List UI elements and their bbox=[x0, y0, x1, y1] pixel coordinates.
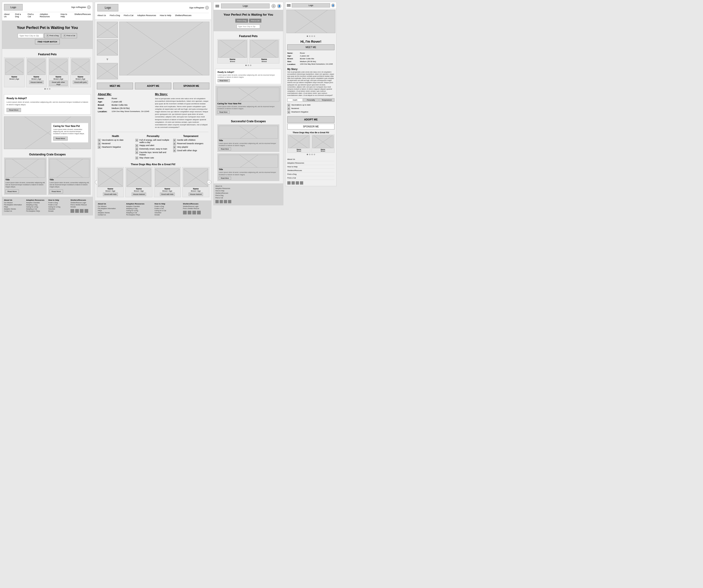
col3-search-icon[interactable]: ○ bbox=[271, 4, 276, 8]
col1-pet-tag-2: Good with other dogs bbox=[49, 81, 68, 86]
col2-user-avatar[interactable] bbox=[205, 6, 209, 10]
col3-logo[interactable]: Logo bbox=[221, 3, 269, 8]
col4-user-icon[interactable]: 👤 bbox=[331, 3, 335, 7]
col3-pet-card-1[interactable]: ♡ Name Breed bbox=[249, 39, 280, 64]
col2-sim-tag-0: Good with kids bbox=[103, 192, 118, 196]
col2-thumb-1[interactable] bbox=[97, 39, 118, 56]
col4-sim-dot-3[interactable] bbox=[314, 154, 315, 155]
col1-social-fb[interactable] bbox=[71, 209, 74, 213]
col4-sponsor-btn[interactable]: SPONSOR ME bbox=[287, 124, 334, 130]
col3-dot-1[interactable] bbox=[248, 65, 249, 66]
col1-pet-card-1[interactable]: ♡ Name Breed | Age House-trained bbox=[26, 58, 47, 87]
col2-thumb-0[interactable] bbox=[97, 22, 118, 38]
col3-hamburger[interactable] bbox=[216, 5, 219, 7]
col2-gallery-chevron[interactable]: ▼ bbox=[97, 58, 118, 61]
col1-find-match-btn[interactable]: FIND YOUR MATCH bbox=[35, 39, 60, 44]
col4-dot-1[interactable] bbox=[309, 35, 310, 37]
col2-social-ig[interactable] bbox=[192, 211, 196, 215]
col1-ready-readmore[interactable]: Read More bbox=[7, 108, 21, 112]
col3-crate-readmore-1[interactable]: Read More bbox=[219, 177, 231, 180]
col4-social-tw[interactable] bbox=[292, 181, 295, 185]
col4-meet-btn[interactable]: MEET ME bbox=[287, 44, 334, 50]
col4-tab-temperament[interactable]: Temperament bbox=[319, 98, 334, 102]
col2-nav-about[interactable]: About Us bbox=[97, 14, 106, 17]
col1-crate-readmore-1[interactable]: Read More bbox=[50, 189, 63, 193]
col1-dot-0[interactable] bbox=[44, 88, 46, 90]
col3-city-input[interactable] bbox=[237, 24, 260, 28]
col3-crate-readmore-0[interactable]: Read More bbox=[219, 148, 231, 151]
col4-health-item-0: ✕ Vaccinations up to date bbox=[287, 104, 334, 107]
col4-sim-dot-0[interactable] bbox=[307, 154, 308, 155]
col1-find-cat-btn[interactable]: ✕ Find a Cat bbox=[61, 33, 77, 38]
col3-dot-2[interactable] bbox=[250, 65, 251, 66]
col4-adopt-btn[interactable]: ADOPT ME bbox=[287, 116, 334, 123]
col4-social-yt[interactable] bbox=[300, 181, 303, 185]
col1-nav-about[interactable]: About Us bbox=[4, 13, 12, 18]
col1-nav-dog[interactable]: Find a Dog bbox=[15, 13, 25, 18]
col2-main-img[interactable] bbox=[119, 22, 209, 75]
col4-social-fb[interactable] bbox=[287, 181, 291, 185]
col2-nav-help[interactable]: How to Help bbox=[160, 14, 171, 17]
col2-social-yt[interactable] bbox=[197, 211, 201, 215]
col1-crate-readmore-0[interactable]: Read More bbox=[5, 189, 19, 193]
col4-sim-card-1[interactable]: Name Breed bbox=[311, 135, 334, 153]
col2-sim-card-2[interactable]: ♡ Name Breed / Age Good with kids bbox=[154, 167, 181, 197]
col1-dot-1[interactable] bbox=[47, 88, 48, 90]
col3-dot-0[interactable] bbox=[245, 65, 247, 66]
col2-nav-shelters[interactable]: Shelters/Rescues bbox=[175, 14, 191, 17]
col3-social-yt[interactable] bbox=[228, 200, 231, 203]
col4-dot-3[interactable] bbox=[314, 35, 315, 37]
col1-pet-grid: ♡ Name Breed | Age ♡ Name Breed | Age Ho… bbox=[4, 58, 91, 87]
col4-dot-0[interactable] bbox=[307, 35, 308, 37]
col1-nav-cat[interactable]: Find a Cat bbox=[27, 13, 37, 18]
col4-pet-img[interactable] bbox=[286, 10, 335, 33]
col2-thumb-2[interactable] bbox=[97, 63, 118, 79]
col1-logo[interactable]: Logo bbox=[4, 4, 23, 10]
col3-social-tw[interactable] bbox=[220, 200, 223, 203]
col2-sim-card-3[interactable]: ♡ Name Breed / Age House-trained bbox=[182, 167, 209, 197]
col3-pet-card-0[interactable]: ♡ Name Breed bbox=[217, 39, 248, 64]
col1-dot-2[interactable] bbox=[49, 88, 51, 90]
col1-find-dog-btn[interactable]: ✕ Find a Dog bbox=[44, 33, 61, 38]
col1-social-yt[interactable] bbox=[84, 209, 88, 213]
col1-nav-help[interactable]: How to Help bbox=[61, 13, 72, 18]
col2-sim-card-0[interactable]: ♡ Name Breed / Age Good with kids bbox=[97, 167, 124, 197]
col2-nav-dog[interactable]: Find a Dog bbox=[110, 14, 120, 17]
col1-pet-card-2[interactable]: ♡ Name Breed | Age Good with other dogs bbox=[48, 58, 69, 87]
col4-logo[interactable]: Logo bbox=[292, 3, 330, 7]
col2-nav-cat[interactable]: Find a Cat bbox=[124, 14, 134, 17]
col2-adopt-btn[interactable]: ADOPT ME bbox=[135, 83, 171, 89]
col4-hamburger[interactable] bbox=[287, 4, 291, 7]
col2-logo[interactable]: Logo bbox=[97, 4, 118, 11]
col2-meet-btn[interactable]: MEET ME bbox=[97, 83, 133, 89]
col1-pet-card-0[interactable]: ♡ Name Breed | Age bbox=[4, 58, 25, 87]
col4-dot-2[interactable] bbox=[311, 35, 313, 37]
col1-social-tw[interactable] bbox=[75, 209, 79, 213]
col1-pet-card-3[interactable]: ♡ Name Breed | Age Good with pets bbox=[70, 58, 91, 87]
col2-social-tw[interactable] bbox=[188, 211, 191, 215]
col4-sim-dot-2[interactable] bbox=[311, 154, 313, 155]
col1-social-ig[interactable] bbox=[80, 209, 84, 213]
col4-tab-health[interactable]: Health bbox=[287, 98, 303, 102]
col4-tab-personality[interactable]: Personality bbox=[303, 98, 319, 102]
col1-nav-shelters[interactable]: Shelters/Rescues bbox=[74, 13, 91, 18]
col2-social-fb[interactable] bbox=[183, 211, 187, 215]
col3-social-ig[interactable] bbox=[224, 200, 227, 203]
col2-nav-adoption[interactable]: Adoption Resources bbox=[137, 14, 156, 17]
col1-caring-readmore[interactable]: Read More bbox=[53, 137, 68, 141]
col2-next-arrow[interactable]: › bbox=[207, 180, 211, 184]
col4-sim-dot-1[interactable] bbox=[309, 154, 310, 155]
col3-find-cat-btn[interactable]: Find a Cat bbox=[249, 19, 261, 23]
col2-sponsor-btn[interactable]: SPONSOR ME bbox=[173, 83, 209, 89]
col1-nav-adoption[interactable]: Adoption Resources bbox=[40, 13, 58, 18]
col1-user-avatar[interactable] bbox=[87, 5, 91, 9]
col3-user-icon[interactable]: 👤 bbox=[277, 4, 281, 8]
col3-caring-readmore[interactable]: Read More bbox=[217, 110, 230, 114]
col3-social-fb[interactable] bbox=[216, 200, 219, 203]
col3-find-dog-btn[interactable]: Find a Dog bbox=[235, 19, 248, 23]
col1-city-input[interactable] bbox=[18, 33, 44, 38]
col3-ready-readmore[interactable]: Read More bbox=[218, 79, 230, 82]
col4-sim-card-0[interactable]: Name Breed bbox=[287, 135, 310, 153]
col2-sim-card-1[interactable]: ♡ Name Breed / Age House-trained bbox=[125, 167, 152, 197]
col4-social-ig[interactable] bbox=[296, 181, 299, 185]
